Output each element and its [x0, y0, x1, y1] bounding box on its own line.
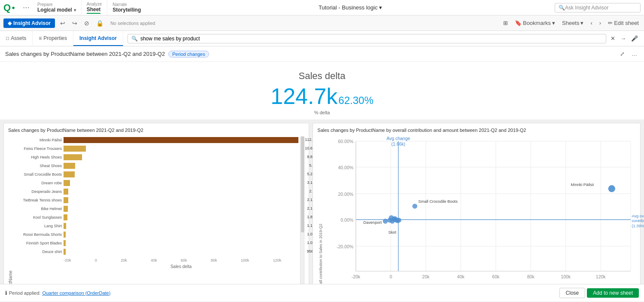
submit-search-button[interactable]: → [619, 34, 628, 43]
properties-icon: ≡ [39, 35, 42, 41]
bar-track: 112.8k [64, 137, 298, 143]
bar-track: 10.67k [64, 146, 298, 152]
grid-button[interactable]: ⊞ [501, 19, 510, 27]
bar-track: 5.25k [64, 171, 298, 177]
bar-track: 3.16k [64, 180, 298, 186]
bar-fill [64, 171, 75, 177]
main-content: Sales delta 124.7k 62.30% % delta Sales … [0, 62, 644, 284]
page-title: Sales changes by ProductName between 202… [5, 51, 165, 57]
bar-chart-content: Minnki Päilsii112.8kFeiss Fleece Trouser… [15, 136, 298, 284]
bar-label: High Heels Shoes [15, 155, 62, 159]
svg-text:(1.66k): (1.66k) [392, 142, 406, 146]
tab-bar: □ Assets ≡ Properties Insight Advisor 🔍 … [0, 31, 644, 46]
ask-insight-search[interactable]: 🔍 Ask Insight Advisor [555, 3, 641, 12]
svg-point-46 [608, 185, 615, 192]
svg-text:0.00%: 0.00% [341, 218, 354, 223]
search-actions: ✕ → 🎤 [609, 34, 640, 43]
bar-label: Finnish Sport Blades [15, 241, 62, 245]
tab-assets[interactable]: □ Assets [0, 31, 33, 46]
table-row: High Heels Shoes8.87k [15, 153, 298, 161]
bar-fill [64, 189, 68, 195]
tab-insight-advisor[interactable]: Insight Advisor [73, 31, 123, 46]
table-row: Kool Sunglasses1.81k [15, 214, 298, 221]
back-button[interactable]: ↩ [58, 19, 67, 27]
table-row: Feiss Fleece Trousers10.67k [15, 145, 298, 153]
scatter-chart-panel: Sales changes by ProductName by overall … [313, 123, 641, 284]
svg-text:40.00%: 40.00% [338, 165, 354, 170]
insight-advisor-button[interactable]: ◈ Insight Advisor [3, 18, 55, 28]
bar-fill [64, 180, 70, 186]
edit-sheet-button[interactable]: ✏ Edit sheet [606, 19, 641, 27]
bar-label: Feiss Fleece Trousers [15, 146, 62, 151]
bar-label: Bike Helmet [15, 207, 62, 211]
svg-text:40k: 40k [457, 275, 465, 279]
bookmarks-button[interactable]: 🔖 Bookmarks ▾ [513, 19, 557, 27]
mic-button[interactable]: 🎤 [629, 34, 640, 43]
bar-track: 1.06k [64, 232, 298, 238]
table-row: TieBreak Tennis shoes2.19k [15, 196, 298, 204]
page-title-bar: Sales changes by ProductName between 202… [0, 46, 644, 62]
kpi-pct-value: 62.30% [338, 95, 373, 107]
bar-label: Rossi Bermuda Shorts [15, 232, 62, 237]
add-to-new-sheet-button[interactable]: Add to new sheet [587, 288, 639, 298]
bar-scrollbar[interactable] [300, 136, 304, 284]
svg-text:Avg change: Avg change [387, 136, 410, 141]
narrate-section[interactable]: Narrate Storytelling [107, 0, 146, 15]
analyze-label: Analyze [87, 2, 102, 6]
lock-button[interactable]: 🔒 [94, 19, 105, 27]
svg-text:contribution: contribution [632, 219, 644, 223]
more-options-button[interactable]: … [630, 50, 639, 58]
bar-track: 1.19k [64, 223, 298, 229]
analyze-section[interactable]: Analyze Sheet [82, 0, 108, 15]
footer: ℹ Period applied: Quarter comparison (Or… [0, 284, 644, 301]
kpi-main-value: 124.7k [270, 83, 337, 109]
dots-menu[interactable]: ⋯ [20, 3, 32, 12]
insight-search-bar: 🔍 ✕ → 🎤 [123, 31, 644, 46]
insight-search-input[interactable] [140, 36, 602, 42]
bar-fill [64, 163, 75, 169]
bar-track: 2.19k [64, 197, 298, 203]
selections-button[interactable]: ⊘ [82, 19, 91, 27]
bar-label: Desperado Jeans [15, 189, 62, 194]
search-icon: 🔍 [559, 5, 565, 11]
scatter-chart-title: Sales changes by ProductName by overall … [317, 128, 636, 133]
svg-text:100k: 100k [561, 275, 571, 279]
bar-fill [64, 137, 298, 143]
table-row: Desperado Jeans2.2k [15, 188, 298, 195]
forward-button[interactable]: ↪ [70, 19, 79, 27]
bar-track: 2.2k [64, 189, 298, 195]
prepare-section[interactable]: Prepare Logical model ▾ [32, 0, 82, 15]
close-button[interactable]: Close [559, 288, 586, 298]
bar-x-axis: -20k 0 20k 40k 60k 80k 100k 120k [15, 258, 298, 262]
clear-search-button[interactable]: ✕ [609, 34, 617, 43]
svg-text:20k: 20k [422, 275, 430, 279]
main-toolbar: ◈ Insight Advisor ↩ ↪ ⊘ 🔒 No selections … [0, 15, 644, 31]
sheets-button[interactable]: Sheets ▾ [560, 19, 585, 27]
bar-track: 8.87k [64, 154, 298, 160]
svg-text:Avg overall: Avg overall [632, 214, 644, 218]
table-row: Sheat Shoes5.6k [15, 162, 298, 170]
scatter-svg: 60.00% 40.00% 20.00% 0.00% -20.00% -20k … [326, 136, 636, 284]
svg-text:Small Crocodile Boots: Small Crocodile Boots [419, 199, 458, 204]
svg-point-41 [389, 215, 394, 220]
edit-icon: ✏ [608, 20, 613, 26]
table-row: Dream robe3.16k [15, 179, 298, 187]
narrate-value: Storytelling [112, 7, 141, 13]
kpi-value: 124.7k 62.30% [0, 83, 644, 109]
tab-properties[interactable]: ≡ Properties [33, 31, 73, 46]
svg-text:60k: 60k [492, 275, 500, 279]
table-row: Deuce shirt956.7 [15, 248, 298, 256]
kpi-label: Sales delta [0, 70, 644, 82]
insight-search-input-wrap: 🔍 [128, 34, 606, 43]
expand-button[interactable]: ⤢ [618, 50, 626, 58]
app-title[interactable]: Tutorial - Business logic ▾ [319, 4, 383, 11]
period-value[interactable]: Quarter comparison (OrderDate) [42, 290, 110, 296]
next-sheet-button[interactable]: › [598, 19, 603, 27]
svg-point-42 [396, 218, 401, 223]
prev-sheet-button[interactable]: ‹ [589, 19, 594, 27]
bar-x-label: Sales delta [15, 264, 298, 269]
svg-text:60.00%: 60.00% [338, 139, 354, 144]
kpi-section: Sales delta 124.7k 62.30% % delta [0, 62, 644, 119]
svg-text:-20k: -20k [352, 275, 361, 279]
scatter-content: % Overall contribution to Sales in 2019-… [317, 136, 636, 284]
